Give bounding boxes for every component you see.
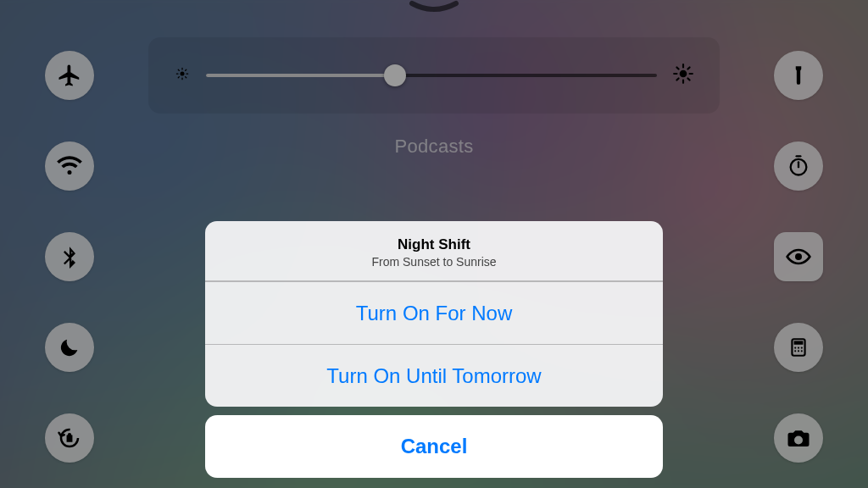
turn-on-for-now-option[interactable]: Turn On For Now xyxy=(205,281,663,344)
action-sheet-group: Night Shift From Sunset to Sunrise Turn … xyxy=(205,221,663,407)
action-sheet-subtitle: From Sunset to Sunrise xyxy=(222,255,646,269)
cancel-button[interactable]: Cancel xyxy=(205,415,663,478)
night-shift-action-sheet: Night Shift From Sunset to Sunrise Turn … xyxy=(205,221,663,478)
action-sheet-header: Night Shift From Sunset to Sunrise xyxy=(205,221,663,281)
action-sheet-title: Night Shift xyxy=(222,236,646,253)
turn-on-until-tomorrow-option[interactable]: Turn On Until Tomorrow xyxy=(205,344,663,407)
